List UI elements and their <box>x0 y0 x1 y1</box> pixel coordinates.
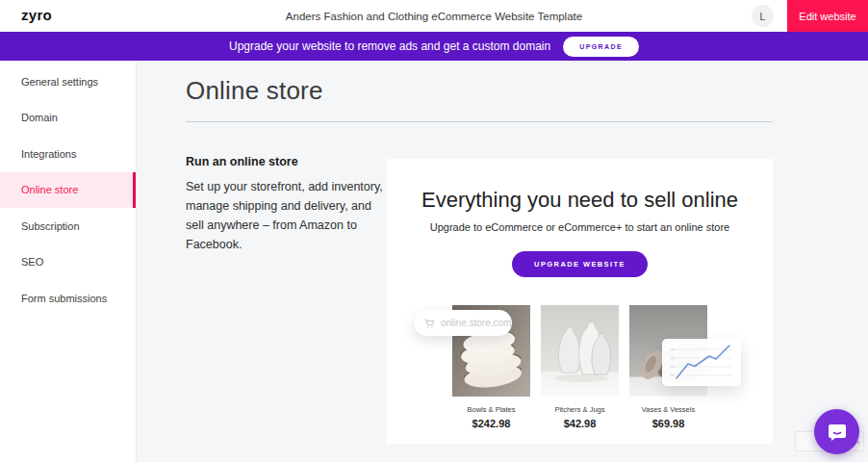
product-name: Vases & Vessels <box>629 405 707 414</box>
sidebar-item-seo[interactable]: SEO <box>0 244 136 281</box>
avatar[interactable]: L <box>752 5 774 27</box>
product-image-pitchers <box>541 305 619 397</box>
upgrade-banner-text: Upgrade your website to remove ads and g… <box>229 39 550 53</box>
product-price: $69.98 <box>629 418 707 429</box>
settings-sidebar: General settings Domain Integrations Onl… <box>0 61 137 462</box>
section-title: Run an online store <box>186 155 392 168</box>
store-url-text: online.store.com <box>441 318 511 328</box>
line-chart-icon <box>662 339 741 386</box>
card-subheading: Upgrade to eCommerce or eCommerce+ to st… <box>387 221 773 233</box>
product-card: Pitchers & Jugs $42.98 <box>541 305 619 429</box>
sidebar-item-online-store[interactable]: Online store <box>0 172 136 209</box>
upgrade-website-button[interactable]: UPGRADE WEBSITE <box>512 251 648 277</box>
product-price: $42.98 <box>541 418 619 429</box>
section-text: Set up your storefront, add inventory, m… <box>186 177 392 254</box>
product-price: $242.98 <box>452 418 530 429</box>
sidebar-item-integrations[interactable]: Integrations <box>0 136 136 172</box>
sell-online-card: Everything you need to sell online Upgra… <box>387 159 773 444</box>
sales-chart-card <box>662 339 741 386</box>
page-title: Online store <box>186 76 323 106</box>
edit-website-button[interactable]: Edit website <box>787 0 868 32</box>
upgrade-button[interactable]: UPGRADE <box>563 37 639 57</box>
card-heading: Everything you need to sell online <box>387 188 773 213</box>
title-divider <box>186 121 773 122</box>
cart-icon <box>423 318 435 329</box>
sidebar-item-subscription[interactable]: Subscription <box>0 208 136 244</box>
product-name: Bowls & Plates <box>452 405 530 414</box>
sidebar-item-form-submissions[interactable]: Form submissions <box>0 280 136 317</box>
sidebar-item-general-settings[interactable]: General settings <box>0 64 136 100</box>
product-name: Pitchers & Jugs <box>541 405 619 414</box>
sidebar-item-domain[interactable]: Domain <box>0 100 136 137</box>
site-template-title: Anders Fashion and Clothing eCommerce We… <box>0 0 868 32</box>
chat-button[interactable] <box>814 409 859 454</box>
upgrade-banner: Upgrade your website to remove ads and g… <box>0 32 868 61</box>
store-url-pill: online.store.com <box>414 310 512 336</box>
chat-bubble-icon <box>826 421 849 444</box>
online-store-description: Run an online store Set up your storefro… <box>186 155 392 254</box>
top-header: zyro Anders Fashion and Clothing eCommer… <box>0 0 868 32</box>
main-content: Online store Run an online store Set up … <box>137 61 868 462</box>
zyro-logo[interactable]: zyro <box>21 7 52 23</box>
